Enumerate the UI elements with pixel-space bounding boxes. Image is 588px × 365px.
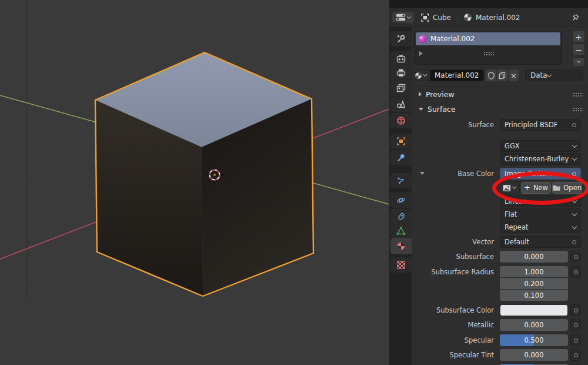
projection-dropdown[interactable]: Flat bbox=[500, 208, 581, 220]
cube-object[interactable] bbox=[95, 52, 313, 296]
output-icon bbox=[396, 68, 406, 78]
chevron-down-icon bbox=[572, 224, 577, 228]
tab-physics[interactable] bbox=[390, 193, 412, 208]
physics-icon bbox=[396, 195, 406, 205]
fake-user-button[interactable] bbox=[486, 69, 496, 81]
annotation-highlight-ellipse bbox=[492, 171, 588, 205]
subsurface-keyframe-button[interactable] bbox=[570, 251, 581, 263]
tab-view-layer[interactable] bbox=[390, 81, 412, 96]
material-slot-name: Material.002 bbox=[430, 35, 475, 43]
extension-dropdown[interactable]: Repeat bbox=[500, 221, 581, 233]
keyframe-dot-icon bbox=[574, 323, 578, 327]
tab-modifiers[interactable] bbox=[390, 150, 412, 165]
vector-node-button[interactable]: Default bbox=[500, 236, 581, 248]
specular-value: 0.500 bbox=[524, 336, 544, 344]
chevron-down-icon bbox=[546, 72, 551, 77]
browse-material-button[interactable] bbox=[412, 69, 429, 81]
editor-type-button[interactable] bbox=[392, 12, 414, 23]
viewport-3d[interactable] bbox=[0, 0, 389, 365]
subsurface-slider[interactable]: 0.000 bbox=[500, 251, 568, 263]
add-material-slot-button[interactable]: + bbox=[572, 31, 585, 43]
slot-expand-arrow-icon[interactable] bbox=[419, 51, 423, 56]
new-material-copy-button[interactable] bbox=[497, 69, 507, 81]
keyframe-dot-icon bbox=[574, 255, 578, 259]
subsurface-value: 0.000 bbox=[524, 253, 544, 261]
particles-icon bbox=[396, 176, 406, 185]
distribution-value: GGX bbox=[505, 142, 573, 150]
tab-material[interactable] bbox=[390, 238, 412, 254]
render-icon bbox=[396, 54, 406, 64]
keyframe-dot-icon bbox=[574, 339, 578, 343]
chevron-down-icon bbox=[572, 211, 577, 215]
properties-tab-column bbox=[389, 27, 412, 365]
properties-breadcrumb: Cube Material.002 bbox=[389, 8, 588, 27]
keyframe-dot-icon bbox=[574, 308, 578, 313]
specular-label: Specular bbox=[412, 334, 494, 346]
material-preview-sphere-icon bbox=[418, 35, 427, 44]
tab-texture[interactable] bbox=[390, 257, 412, 273]
pin-icon[interactable] bbox=[570, 13, 580, 22]
subsurface-color-label: Subsurface Color bbox=[412, 304, 494, 316]
projection-value: Flat bbox=[505, 210, 573, 218]
scene-icon bbox=[396, 99, 406, 109]
tab-scene[interactable] bbox=[390, 97, 412, 112]
tab-tool[interactable] bbox=[390, 31, 412, 47]
tab-constraints[interactable] bbox=[390, 209, 412, 224]
tab-object[interactable] bbox=[390, 134, 412, 149]
chevron-down-icon bbox=[423, 72, 427, 77]
keyframe-dot-icon bbox=[574, 270, 578, 274]
unlink-material-button[interactable]: × bbox=[509, 69, 519, 81]
tab-object-data[interactable] bbox=[390, 223, 412, 238]
panel-separator bbox=[412, 86, 588, 87]
subsurface-label: Subsurface bbox=[412, 251, 494, 263]
remove-material-slot-button[interactable]: − bbox=[572, 44, 585, 56]
surface-shader-button[interactable]: Principled BSDF bbox=[500, 119, 581, 131]
slot-list-resize-grip-icon[interactable] bbox=[483, 51, 494, 55]
specular-tint-slider[interactable]: 0.000 bbox=[500, 349, 568, 361]
tool-icon bbox=[396, 34, 406, 44]
subsurface-radius-y-field[interactable]: 0.200 bbox=[500, 278, 568, 289]
material-source-value: Data bbox=[530, 71, 547, 79]
world-icon bbox=[396, 116, 406, 125]
surface-shader-value: Principled BSDF bbox=[505, 121, 572, 129]
distribution-dropdown[interactable]: GGX bbox=[500, 140, 581, 152]
subsurface-radius-x-field[interactable]: 1.000 bbox=[500, 266, 568, 277]
subsurface-color-swatch[interactable] bbox=[500, 304, 568, 316]
object-icon bbox=[421, 14, 429, 22]
metallic-slider[interactable]: 0.000 bbox=[500, 319, 568, 331]
tab-particles[interactable] bbox=[390, 173, 412, 188]
specular-keyframe-button[interactable] bbox=[570, 334, 581, 346]
chevron-down-icon bbox=[572, 155, 577, 160]
subsurface-radius-z-field[interactable]: 0.100 bbox=[500, 290, 568, 301]
subsurface-color-keyframe-button[interactable] bbox=[570, 304, 581, 316]
material-slot-list[interactable]: Material.002 bbox=[414, 31, 562, 65]
specular-tint-keyframe-button[interactable] bbox=[570, 349, 581, 361]
object-data-icon bbox=[396, 226, 406, 235]
subsurface-radius-keyframe-button[interactable] bbox=[570, 266, 581, 278]
breadcrumb-material-name[interactable]: Material.002 bbox=[476, 14, 520, 22]
blender-window: Cube Material.002 bbox=[0, 0, 588, 365]
preview-panel-header[interactable]: Preview bbox=[412, 88, 588, 101]
tab-output[interactable] bbox=[390, 65, 412, 81]
panel-grip-icon[interactable] bbox=[573, 107, 583, 111]
extension-value: Repeat bbox=[505, 223, 573, 231]
material-tab-icon bbox=[396, 241, 406, 251]
vector-label: Vector bbox=[412, 236, 494, 248]
shield-icon bbox=[488, 72, 495, 79]
metallic-keyframe-button[interactable] bbox=[570, 319, 581, 331]
material-name-field[interactable]: Material.002 bbox=[430, 69, 484, 81]
panel-grip-icon[interactable] bbox=[573, 92, 583, 97]
breadcrumb-object-name[interactable]: Cube bbox=[433, 14, 451, 22]
tab-render[interactable] bbox=[390, 51, 412, 67]
modifiers-icon bbox=[396, 153, 406, 162]
vector-value: Default bbox=[505, 238, 572, 246]
specular-slider[interactable]: 0.500 bbox=[500, 334, 568, 346]
subsurface-method-dropdown[interactable]: Christensen-Burley bbox=[500, 153, 581, 165]
surface-panel-header[interactable]: Surface bbox=[412, 102, 588, 115]
material-source-dropdown[interactable]: Data bbox=[525, 69, 583, 81]
material-specials-button[interactable] bbox=[572, 57, 585, 67]
tab-world[interactable] bbox=[390, 113, 412, 128]
constraints-icon bbox=[396, 212, 406, 221]
texture-icon bbox=[396, 260, 406, 270]
material-slot-selected[interactable]: Material.002 bbox=[416, 32, 560, 45]
